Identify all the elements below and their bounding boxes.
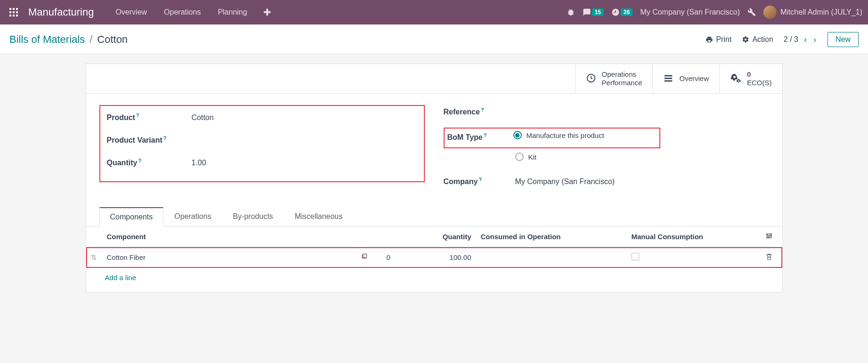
th-manual[interactable]: Manual Consumption	[627, 226, 759, 247]
label-reference: Reference?	[444, 108, 528, 116]
tab-operations[interactable]: Operations	[163, 207, 222, 226]
help-icon[interactable]: ?	[479, 177, 482, 182]
nav-overview[interactable]: Overview	[109, 5, 154, 19]
label-bom-type: BoM Type?	[447, 133, 513, 142]
radio-manufacture[interactable]	[513, 131, 522, 139]
svg-rect-10	[665, 75, 673, 76]
table-row[interactable]: ⇅ Cotton Fiber 0 100.00	[86, 247, 782, 268]
cell-forecast[interactable]: 0	[382, 247, 410, 268]
list-icon	[663, 73, 673, 85]
svg-rect-2	[16, 8, 18, 10]
svg-point-18	[767, 237, 769, 239]
breadcrumb-current: Cotton	[97, 33, 128, 46]
control-panel: Bills of Materials / Cotton Print Action…	[0, 24, 868, 54]
nav-planning[interactable]: Planning	[211, 5, 253, 19]
help-icon[interactable]: ?	[163, 135, 167, 141]
stat-ops-line2: Performance	[602, 79, 642, 87]
breadcrumb-sep: /	[89, 33, 92, 46]
gears-icon	[730, 73, 741, 85]
stat-ops-line1: Operations	[602, 70, 642, 79]
svg-rect-17	[771, 235, 771, 236]
radio-manufacture-label[interactable]: Manufacture this product	[527, 131, 604, 139]
columns-options-icon[interactable]	[765, 233, 773, 241]
tab-miscellaneous[interactable]: Miscellaneous	[284, 207, 353, 226]
help-icon[interactable]: ?	[138, 158, 141, 163]
stat-ecos-count: 0	[747, 70, 772, 79]
th-consumed-in[interactable]: Consumed in Operation	[476, 226, 627, 247]
field-quantity[interactable]: 1.00	[192, 159, 206, 167]
add-line-link[interactable]: Add a line	[86, 268, 782, 287]
breadcrumb: Bills of Materials / Cotton	[9, 33, 128, 46]
pager-prev-icon[interactable]: ‹	[803, 35, 808, 45]
pager-next-icon[interactable]: ›	[812, 35, 817, 45]
tools-icon[interactable]	[747, 8, 756, 16]
stat-ecos[interactable]: 0 ECO(S)	[719, 64, 782, 93]
svg-rect-6	[9, 15, 11, 16]
cell-quantity[interactable]: 100.00	[410, 247, 476, 268]
apps-icon[interactable]	[8, 6, 20, 18]
field-product[interactable]: Cotton	[192, 113, 214, 122]
svg-rect-5	[16, 11, 18, 13]
stat-operations-performance[interactable]: Operations Performance	[575, 64, 653, 93]
form-sheet: Operations Performance Overview 0 ECO(	[86, 64, 783, 292]
user-menu[interactable]: Mitchell Admin (JULY_1)	[763, 6, 862, 19]
label-quantity: Quantity?	[107, 159, 192, 167]
pager-text[interactable]: 2 / 3	[784, 35, 798, 44]
radio-kit-label[interactable]: Kit	[528, 153, 537, 161]
svg-rect-12	[665, 80, 673, 81]
svg-point-13	[766, 234, 768, 235]
company-switcher[interactable]: My Company (San Francisco)	[640, 8, 740, 16]
app-brand[interactable]: Manufacturing	[28, 6, 94, 18]
svg-rect-22	[363, 254, 367, 258]
components-table: Component Quantity Consumed in Operation…	[86, 226, 782, 287]
external-link-icon[interactable]	[361, 253, 368, 262]
trash-icon[interactable]	[765, 254, 773, 262]
help-icon[interactable]: ?	[481, 107, 484, 113]
messages-icon[interactable]: 15	[583, 8, 604, 16]
notebook-tabs: Components Operations By-products Miscel…	[86, 207, 782, 226]
checkbox-manual[interactable]	[632, 253, 639, 260]
breadcrumb-root[interactable]: Bills of Materials	[9, 33, 85, 46]
nav-operations[interactable]: Operations	[157, 5, 207, 19]
new-button[interactable]: New	[827, 32, 859, 47]
label-product: Product?	[107, 113, 192, 122]
gear-icon	[742, 36, 749, 43]
main-navbar: Manufacturing Overview Operations Planni…	[0, 0, 868, 24]
stat-ecos-label: ECO(S)	[747, 79, 772, 87]
messages-badge: 15	[592, 8, 604, 16]
svg-rect-3	[9, 11, 11, 13]
activities-icon[interactable]: 26	[611, 8, 633, 16]
cell-component[interactable]: Cotton Fiber	[107, 253, 146, 261]
pager: 2 / 3 ‹ ›	[784, 35, 817, 45]
svg-rect-20	[769, 237, 771, 238]
stat-button-box: Operations Performance Overview 0 ECO(	[86, 64, 782, 94]
svg-rect-14	[768, 234, 772, 234]
field-company[interactable]: My Company (San Francisco)	[515, 177, 615, 186]
print-label: Print	[716, 35, 731, 44]
avatar	[763, 6, 777, 19]
svg-rect-11	[665, 78, 673, 79]
svg-rect-7	[13, 15, 15, 16]
help-icon[interactable]: ?	[136, 113, 139, 118]
debug-icon[interactable]	[567, 8, 575, 16]
help-icon[interactable]: ?	[484, 132, 487, 138]
action-button[interactable]: Action	[742, 35, 773, 44]
action-label: Action	[752, 35, 773, 44]
print-button[interactable]: Print	[706, 35, 731, 44]
add-menu-icon[interactable]: ✚	[258, 7, 277, 18]
radio-kit[interactable]	[515, 153, 524, 161]
th-quantity[interactable]: Quantity	[410, 226, 476, 247]
cell-consumed-in[interactable]	[476, 247, 627, 268]
stat-overview-label: Overview	[679, 74, 709, 83]
th-component[interactable]: Component	[102, 226, 382, 247]
label-company: Company?	[444, 177, 515, 186]
tab-by-products[interactable]: By-products	[222, 207, 284, 226]
drag-handle-icon[interactable]: ⇅	[91, 253, 97, 261]
systray: 15 26 My Company (San Francisco) Mitchel…	[567, 6, 862, 19]
print-icon	[706, 36, 713, 43]
svg-point-15	[769, 235, 771, 237]
activities-badge: 26	[621, 8, 633, 16]
svg-rect-16	[766, 235, 770, 236]
tab-components[interactable]: Components	[99, 207, 164, 226]
stat-overview[interactable]: Overview	[652, 64, 719, 93]
